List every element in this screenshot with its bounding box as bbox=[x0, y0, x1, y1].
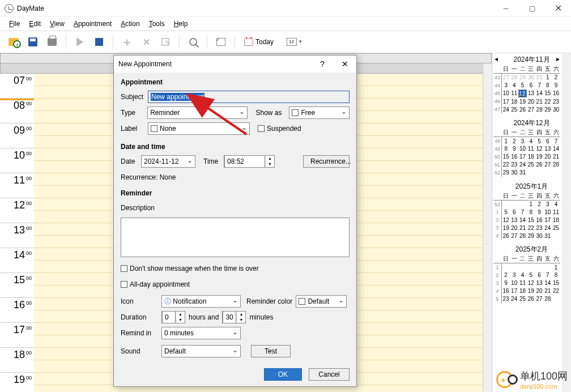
cal-day[interactable]: 20 bbox=[535, 287, 544, 295]
cal-day[interactable]: 11 bbox=[518, 279, 527, 287]
cal-day[interactable]: 24 bbox=[518, 161, 527, 169]
cal-day[interactable]: 24 bbox=[510, 295, 518, 303]
remindercolor-select[interactable]: Default bbox=[296, 295, 347, 308]
cal-day[interactable]: 25 bbox=[552, 224, 560, 232]
cal-day[interactable]: 5 bbox=[502, 208, 510, 216]
cal-day[interactable]: 23 bbox=[501, 295, 510, 303]
cal-day[interactable]: 19 bbox=[535, 153, 544, 161]
time-input[interactable]: ▲▼ bbox=[224, 155, 275, 168]
cal-day[interactable]: 15 bbox=[544, 90, 552, 98]
cal-day[interactable] bbox=[552, 232, 560, 240]
cal-day[interactable]: 6 bbox=[535, 271, 544, 279]
open-button[interactable] bbox=[6, 34, 22, 50]
cal-day[interactable]: 26 bbox=[535, 161, 544, 169]
cal-day[interactable]: 12 bbox=[535, 145, 544, 153]
cal-day[interactable]: 3 bbox=[543, 200, 552, 208]
cal-day[interactable]: 28 bbox=[518, 232, 527, 240]
cal-day[interactable]: 30 bbox=[552, 105, 560, 113]
cal-day[interactable]: 23 bbox=[552, 97, 560, 105]
cal-day[interactable]: 17 bbox=[502, 97, 510, 105]
recurrence-button[interactable]: Recurrence... bbox=[303, 155, 350, 168]
cal-day[interactable]: 29 bbox=[518, 74, 527, 82]
cal-day[interactable]: 8 bbox=[552, 271, 560, 279]
play-button[interactable] bbox=[72, 34, 88, 50]
search-button[interactable] bbox=[185, 34, 201, 50]
cal-day[interactable] bbox=[543, 263, 552, 271]
cal-day[interactable]: 5 bbox=[527, 271, 535, 279]
cal-day[interactable]: 30 bbox=[535, 232, 544, 240]
cal-day[interactable]: 30 bbox=[527, 74, 535, 82]
cal-day[interactable]: 16 bbox=[501, 287, 510, 295]
cal-day[interactable]: 29 bbox=[502, 169, 510, 177]
cal-day[interactable] bbox=[527, 263, 535, 271]
cal-day[interactable]: 28 bbox=[543, 295, 552, 303]
description-input[interactable] bbox=[121, 218, 350, 257]
cal-day[interactable]: 3 bbox=[502, 82, 510, 90]
cal-day[interactable]: 9 bbox=[501, 279, 510, 287]
cal-day[interactable]: 23 bbox=[510, 161, 518, 169]
cal-day[interactable]: 10 bbox=[510, 279, 518, 287]
cal-day[interactable]: 4 bbox=[510, 82, 518, 90]
cal-day[interactable]: 22 bbox=[527, 224, 535, 232]
cal-day[interactable]: 2 bbox=[510, 137, 518, 145]
cal-day[interactable]: 15 bbox=[527, 216, 535, 224]
stop-button[interactable] bbox=[91, 34, 107, 50]
cal-day[interactable]: 16 bbox=[552, 90, 560, 98]
menu-file[interactable]: File bbox=[6, 19, 23, 29]
allday-checkbox[interactable]: All-day appointment bbox=[121, 280, 190, 288]
cal-day[interactable]: 1 bbox=[552, 263, 560, 271]
cal-day[interactable]: 28 bbox=[552, 161, 560, 169]
cal-day[interactable]: 6 bbox=[543, 137, 552, 145]
cal-day[interactable]: 7 bbox=[535, 82, 544, 90]
cal-day[interactable]: 20 bbox=[543, 153, 552, 161]
cal-day[interactable]: 17 bbox=[518, 153, 527, 161]
cal-day[interactable]: 29 bbox=[527, 232, 535, 240]
cal-day[interactable]: 29 bbox=[544, 105, 552, 113]
cal-day[interactable]: 12 bbox=[502, 216, 510, 224]
cal-day[interactable]: 27 bbox=[502, 74, 510, 82]
print-button[interactable] bbox=[44, 34, 60, 50]
cal-day[interactable]: 3 bbox=[510, 271, 518, 279]
cal-day[interactable]: 22 bbox=[552, 287, 560, 295]
cal-day[interactable]: 25 bbox=[510, 105, 518, 113]
cal-day[interactable]: 8 bbox=[544, 82, 552, 90]
cal-day[interactable]: 24 bbox=[502, 105, 510, 113]
cal-day[interactable]: 31 bbox=[518, 169, 527, 177]
cal-day[interactable]: 13 bbox=[527, 90, 535, 98]
cal-day[interactable]: 9 bbox=[552, 82, 560, 90]
cal-scrollbar[interactable] bbox=[562, 53, 571, 392]
cal-day[interactable]: 18 bbox=[552, 216, 560, 224]
cal-day[interactable]: 21 bbox=[543, 287, 552, 295]
menu-help[interactable]: Help bbox=[171, 19, 191, 29]
cal-day[interactable]: 3 bbox=[518, 137, 527, 145]
cal-day[interactable]: 4 bbox=[527, 137, 535, 145]
vertical-scrollbar[interactable] bbox=[483, 63, 492, 392]
cal-day[interactable]: 13 bbox=[510, 216, 518, 224]
cal-day[interactable]: 2 bbox=[501, 271, 510, 279]
cal-day[interactable]: 2 bbox=[552, 74, 560, 82]
cal-day[interactable]: 28 bbox=[535, 105, 544, 113]
cal-day[interactable] bbox=[518, 200, 527, 208]
cal-day[interactable]: 26 bbox=[502, 232, 510, 240]
showas-select[interactable]: Free bbox=[289, 106, 350, 119]
cal-day[interactable]: 9 bbox=[510, 145, 518, 153]
cal-day[interactable]: 5 bbox=[535, 137, 544, 145]
cal-day[interactable]: 5 bbox=[518, 82, 527, 90]
cal-day[interactable]: 12 bbox=[527, 279, 535, 287]
cal-day[interactable]: 25 bbox=[518, 295, 527, 303]
cal-day[interactable]: 27 bbox=[543, 161, 552, 169]
menu-edit[interactable]: Edit bbox=[25, 19, 44, 29]
cal-day[interactable]: 21 bbox=[518, 224, 527, 232]
calendar-dropdown[interactable] bbox=[280, 34, 303, 50]
maximize-button[interactable]: ▢ bbox=[519, 0, 545, 17]
cal-day[interactable]: 25 bbox=[527, 161, 535, 169]
cal-day[interactable]: 30 bbox=[510, 169, 518, 177]
cal-day[interactable]: 24 bbox=[543, 224, 552, 232]
cal-day[interactable]: 11 bbox=[510, 90, 518, 98]
dontshow-checkbox[interactable]: Don't show message when the time is over bbox=[121, 265, 259, 272]
cal-day[interactable] bbox=[518, 263, 527, 271]
cal-day[interactable]: 10 bbox=[543, 208, 552, 216]
label-select[interactable]: None bbox=[148, 122, 250, 135]
cal-day[interactable]: 26 bbox=[527, 295, 535, 303]
cal-day[interactable] bbox=[527, 169, 535, 177]
